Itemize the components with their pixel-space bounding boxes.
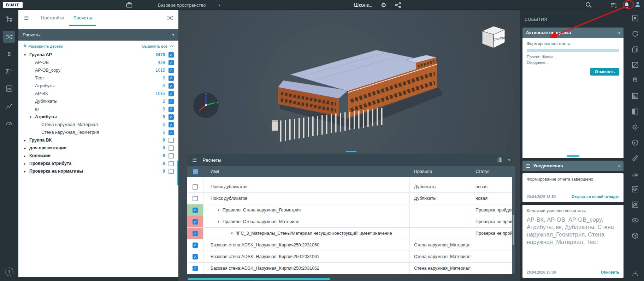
- tree-item[interactable]: Атрибуты0✓: [18, 82, 178, 90]
- tree-expander-icon[interactable]: ▸: [24, 162, 29, 166]
- tree-item[interactable]: АР-ОВ_copy1015✓: [18, 66, 178, 74]
- p-marker-icon[interactable]: P: [631, 138, 639, 147]
- tree-item-checkbox[interactable]: ✓: [169, 83, 174, 89]
- tree-item[interactable]: Дубликаты2✓: [18, 97, 178, 105]
- events-scroll-hint[interactable]: [567, 155, 579, 157]
- hamburger-icon[interactable]: ☰: [187, 157, 197, 163]
- table-row[interactable]: ✓▼Правило: Стена наружная_МатериалПровер…: [187, 216, 515, 228]
- building-model[interactable]: [271, 41, 458, 152]
- tree-item-checkbox[interactable]: ✓: [169, 130, 174, 135]
- table-row[interactable]: Поиск дубликатовДубликатыновая: [187, 193, 515, 204]
- search-icon[interactable]: [585, 1, 592, 8]
- tree-expander-icon[interactable]: ▸: [24, 169, 29, 173]
- notifications-header[interactable]: ☰ Уведомления ▾: [522, 161, 624, 171]
- tree-item-checkbox[interactable]: ✓: [169, 91, 174, 96]
- tree-item[interactable]: ▸Группа ВК0: [18, 136, 178, 144]
- magnet-icon[interactable]: [631, 76, 639, 85]
- tree-item[interactable]: АР-ОВ429✓: [18, 59, 178, 66]
- eye-icon[interactable]: [631, 216, 639, 225]
- tab-calculations[interactable]: Расчеты: [73, 10, 92, 26]
- row-checkbox[interactable]: ✓: [193, 208, 198, 213]
- tree-item-checkbox[interactable]: ✓: [169, 99, 174, 104]
- tree-item[interactable]: Стена наружная_Геометрия6✓: [18, 128, 178, 136]
- tree-item-checkbox[interactable]: [169, 153, 174, 159]
- briefcase-icon[interactable]: [126, 1, 133, 8]
- tree-item-checkbox[interactable]: ✓: [169, 114, 174, 120]
- tree-expander-icon[interactable]: ▾: [30, 115, 35, 119]
- tree-item[interactable]: ▾Атрибуты9✓: [18, 113, 178, 121]
- notification-card[interactable]: Формирование отчета завершено 20.04.2026…: [522, 173, 624, 202]
- tree-item[interactable]: ▸Коллизии0: [18, 152, 178, 160]
- tree-expander-icon[interactable]: ▸: [24, 154, 29, 158]
- bimit-logo[interactable]: BIMIT: [3, 2, 23, 8]
- expand-tree-link[interactable]: ⇅ Развернуть дерево: [23, 44, 63, 48]
- tab-settings[interactable]: Настройки: [41, 10, 64, 26]
- tree-item-checkbox[interactable]: ✓: [169, 76, 174, 81]
- tree-item[interactable]: ▾Группа АР2470✓: [18, 51, 178, 59]
- measure-icon[interactable]: [631, 169, 639, 178]
- column-rule[interactable]: Правило: [410, 166, 471, 177]
- refresh-link[interactable]: Обновить: [601, 270, 619, 274]
- checks-shuffle-icon[interactable]: [3, 31, 15, 43]
- active-processes-bell-icon[interactable]: [623, 1, 630, 8]
- chart-icon[interactable]: [3, 100, 15, 112]
- elevation-ruler-icon[interactable]: [631, 154, 639, 162]
- table-row[interactable]: ✓▼'IFC_3_Материалы_Стены/Материал несущи…: [187, 228, 515, 239]
- tree-item[interactable]: Стена наружная_Материал3✓: [18, 121, 178, 128]
- tree-item-checkbox[interactable]: ✓: [169, 107, 174, 112]
- 2d-view-icon[interactable]: 2D: [3, 83, 15, 95]
- tree-item-checkbox[interactable]: [169, 169, 174, 174]
- checks-icon[interactable]: [166, 14, 173, 22]
- table-row[interactable]: ✓Базовая стена:ADSK_Наружная_Кирпич250:2…: [187, 239, 515, 251]
- hidden-box-icon[interactable]: [631, 201, 639, 209]
- axis-gizmo[interactable]: Z Y: [193, 92, 219, 119]
- tree-item-checkbox[interactable]: ✓: [169, 52, 174, 58]
- tree-item-checkbox[interactable]: ✓: [169, 122, 174, 127]
- half-view-icon[interactable]: [631, 107, 639, 116]
- calculations-section-header[interactable]: Расчеты ▾: [18, 29, 178, 41]
- focus-target-icon[interactable]: [631, 123, 639, 131]
- navigation-cube[interactable]: Справа: [478, 23, 508, 50]
- tree-item[interactable]: ▸Проверка атрибута0: [18, 160, 178, 167]
- table-row[interactable]: ✓Базовая стена:ADSK_Наружная_Кирпич250:2…: [187, 263, 515, 274]
- row-checkbox[interactable]: ✓: [193, 219, 198, 225]
- hamburger-icon[interactable]: ☰: [18, 15, 31, 21]
- table-horizontal-scrollbar[interactable]: [188, 278, 330, 280]
- model-tree-icon[interactable]: [3, 13, 15, 25]
- workspace-selector[interactable]: Базовое пространство ▾: [158, 0, 220, 10]
- notifications-list-icon[interactable]: [610, 1, 618, 8]
- tree-item[interactable]: АР-ВК1015✓: [18, 90, 178, 97]
- transparency-icon[interactable]: [631, 269, 639, 277]
- tree-item-checkbox[interactable]: [169, 138, 174, 143]
- row-checkbox[interactable]: ✓: [193, 231, 198, 236]
- table-row[interactable]: ✓▲Правило: Стена наружная_ГеометрияПрове…: [187, 204, 515, 216]
- cube-icon[interactable]: [631, 232, 639, 240]
- tree-expander-icon[interactable]: ▸: [24, 146, 29, 150]
- panel-scrollbar[interactable]: [177, 161, 178, 185]
- sum-plus-icon[interactable]: Σ⁺: [3, 65, 15, 77]
- user-avatar-icon[interactable]: [634, 1, 641, 9]
- layers-icon[interactable]: [631, 45, 639, 54]
- row-checkbox[interactable]: ✓: [193, 254, 198, 259]
- tree-item-checkbox[interactable]: ✓: [169, 60, 174, 65]
- row-expander-icon[interactable]: ▲: [217, 208, 220, 212]
- gear-icon[interactable]: ⚙: [381, 2, 386, 8]
- tree-item[interactable]: ▸Проверка на нормативы0: [18, 167, 178, 175]
- dashboard-gauge-icon[interactable]: [3, 117, 15, 129]
- help-icon[interactable]: ?: [5, 268, 13, 276]
- select-all-checkbox[interactable]: –: [193, 169, 198, 174]
- table-row[interactable]: ✓Базовая стена:ADSK_Наружная_Кирпич250:2…: [187, 251, 515, 263]
- row-expander-icon[interactable]: ▼: [217, 220, 220, 223]
- row-checkbox[interactable]: ✓: [193, 266, 198, 271]
- row-expander-icon[interactable]: ▼: [230, 232, 234, 235]
- cancel-button[interactable]: Отменить: [590, 68, 619, 76]
- columns-icon[interactable]: [497, 157, 503, 163]
- notification-card[interactable]: Коллизии успешно посчитаны АР-ВК, АР-ОВ,…: [522, 205, 624, 278]
- select-area-icon[interactable]: [631, 14, 639, 23]
- table-row[interactable]: Поиск дубликатовДубликатыновая: [187, 181, 515, 193]
- clip-half-icon[interactable]: [631, 92, 639, 100]
- orbit-icon[interactable]: [631, 30, 639, 38]
- tree-item-checkbox[interactable]: [169, 145, 174, 151]
- row-checkbox[interactable]: [193, 184, 198, 190]
- tree-item-checkbox[interactable]: ✓: [169, 68, 174, 73]
